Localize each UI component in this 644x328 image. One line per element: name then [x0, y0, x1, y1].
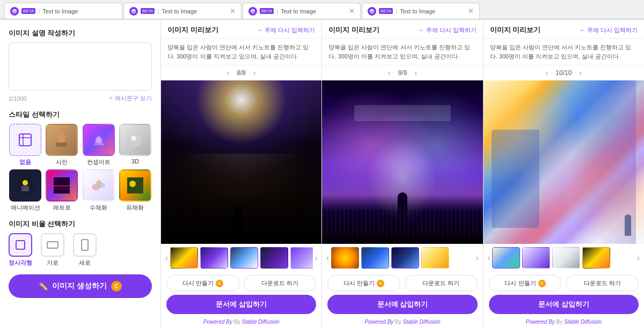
panel-3-download-label: 다운로드 하기 [584, 279, 621, 287]
generate-button[interactable]: ✏️ 이미지 생성하기 C [9, 274, 152, 298]
tab-2[interactable]: AI BETA | Text to Image ✕ [123, 3, 241, 19]
panel-1-thumb-2[interactable] [200, 247, 228, 269]
panel-1-retype[interactable]: ← 주제 다시 입력하기 [257, 26, 315, 34]
panel-1-download[interactable]: 다운로드 하기 [244, 275, 317, 292]
ratio-portrait-label: 세로 [79, 259, 91, 267]
tab-1[interactable]: AI BETA | Text to Image [4, 3, 122, 19]
style-watercolor-label: 수채화 [90, 204, 107, 212]
style-grid: 없음 사진 컨셉아트 [9, 124, 152, 212]
panel-1-download-label: 다운로드 하기 [261, 279, 298, 287]
style-3d[interactable]: 3D [119, 124, 152, 166]
panel-1-title: 이미지 미리보기 [167, 25, 218, 35]
svg-rect-28 [16, 241, 25, 249]
tab-4-title: Text to Image [400, 8, 435, 14]
style-animation[interactable]: 애니메이션 [9, 169, 42, 212]
svg-text:AI: AI [370, 10, 374, 13]
ratio-square-icon [9, 233, 32, 257]
panel-1-main-image [161, 80, 321, 244]
panel-3-thumb-3[interactable] [552, 247, 580, 269]
panel-2-strip-items [331, 247, 474, 269]
panel-3-next[interactable]: › [577, 68, 584, 78]
tab-3-title: Text to Image [281, 8, 316, 14]
svg-rect-17 [21, 186, 29, 191]
panel-3-retype[interactable]: ← 주제 다시 입력하기 [580, 26, 638, 34]
style-concept[interactable]: 컨셉아트 [82, 124, 115, 166]
panel-3-remake[interactable]: 다시 만들기 C [489, 275, 562, 292]
panel-2-strip-next[interactable]: › [476, 254, 479, 262]
panel-2-download[interactable]: 다운로드 하기 [405, 275, 478, 292]
panel-3-download[interactable]: 다운로드 하기 [566, 275, 639, 292]
panel-3-thumbstrip: ‹ › [484, 244, 644, 272]
panel-3-thumb-4[interactable] [582, 247, 610, 269]
panel-2-retype[interactable]: ← 주제 다시 입력하기 [418, 26, 476, 34]
panel-1-nav: ‹ 8/8 › [161, 65, 321, 80]
svg-point-16 [23, 180, 28, 185]
coin-badge: C [111, 281, 122, 292]
panel-2-next[interactable]: › [412, 68, 419, 78]
panel-1-thumb-5[interactable] [290, 247, 313, 269]
panel-2-thumb-4[interactable] [421, 247, 449, 269]
panel-1-powered: Powered By By Stable Diffusion [161, 317, 321, 328]
ratio-portrait[interactable]: 세로 [73, 233, 97, 267]
panel-2-insert[interactable]: 문서에 삽입하기 [327, 295, 477, 314]
app-container: AI BETA | Text to Image AI BETA | Text t… [0, 0, 644, 328]
tab-2-close[interactable]: ✕ [230, 7, 236, 15]
style-oilpaint[interactable]: 유채화 [119, 169, 152, 212]
desc-input[interactable] [9, 42, 152, 91]
tab-3-close[interactable]: ✕ [349, 7, 355, 15]
panel-2-remake[interactable]: 다시 만들기 C [327, 275, 400, 292]
ratio-portrait-icon [73, 233, 97, 257]
panel-1-thumbstrip: ‹ › [161, 244, 321, 272]
panel-1-powered-brand: Stable Diffusion [241, 319, 279, 325]
panel-2-strip-prev[interactable]: ‹ [326, 254, 329, 262]
ratio-grid: 정사각형 가로 세로 [9, 233, 152, 267]
panel-1-thumb-3[interactable] [230, 247, 258, 269]
tab-4[interactable]: AI BETA | Text to Image ✕ [362, 3, 480, 19]
tab-3[interactable]: AI BETA | Text to Image ✕ [243, 3, 361, 19]
svg-point-9 [58, 133, 65, 143]
ratio-landscape[interactable]: 가로 [41, 233, 64, 267]
panel-3-powered-label: Powered By [526, 319, 555, 325]
style-animation-thumb [9, 169, 41, 202]
svg-rect-20 [54, 188, 70, 189]
panel-2-thumb-2[interactable] [361, 247, 389, 269]
panel-3-powered-brand: Stable Diffusion [564, 319, 602, 325]
panel-2-coin: C [377, 280, 384, 287]
tab-4-close[interactable]: ✕ [468, 7, 474, 15]
panel-2-insert-label: 문서에 삽입하기 [377, 300, 428, 308]
panel-3-thumb-1[interactable] [492, 247, 520, 269]
char-count: 1/1000 [9, 95, 27, 102]
panel-3-strip-next[interactable]: › [637, 254, 640, 262]
panel-1-remake[interactable]: 다시 만들기 C [166, 275, 239, 292]
panel-1-insert[interactable]: 문서에 삽입하기 [166, 295, 316, 314]
panel-1-strip-prev[interactable]: ‹ [165, 254, 168, 262]
panel-3-strip-prev[interactable]: ‹ [488, 254, 491, 262]
example-link[interactable]: ✧ 예시문구 보기 [108, 94, 152, 102]
style-photo-thumb [46, 124, 78, 156]
style-none-label: 없음 [19, 158, 31, 166]
panel-2-prev[interactable]: ‹ [386, 68, 393, 78]
result-panel-1: 이미지 미리보기 ← 주제 다시 입력하기 양복을 입은 사람이 연단에 서서 … [161, 20, 322, 328]
panel-1-next[interactable]: › [251, 68, 258, 78]
style-retro[interactable]: 레트로 [45, 169, 78, 212]
style-photo[interactable]: 사진 [45, 124, 78, 166]
panel-1-prev[interactable]: ‹ [225, 68, 232, 78]
panel-2-thumb-3[interactable] [391, 247, 419, 269]
svg-point-12 [96, 137, 102, 143]
style-concept-thumb [83, 124, 115, 156]
panel-2-powered-label: Powered By [364, 319, 393, 325]
ratio-title: 이미지 비율 선택하기 [9, 219, 152, 229]
panel-1-thumb-4[interactable] [260, 247, 288, 269]
style-none[interactable]: 없음 [9, 124, 42, 166]
panel-1-thumb-1[interactable] [170, 247, 198, 269]
panel-1-strip-next[interactable]: › [315, 254, 318, 262]
panel-3-insert[interactable]: 문서에 삽입하기 [489, 295, 639, 314]
svg-rect-8 [19, 134, 31, 146]
panel-3-prev[interactable]: ‹ [544, 68, 551, 78]
panel-2-thumb-1[interactable] [331, 247, 359, 269]
ratio-square[interactable]: 정사각형 [9, 233, 32, 267]
main-content: 이미지 설명 작성하기 1/1000 ✧ 예시문구 보기 스타일 선택하기 [0, 19, 644, 328]
left-panel: 이미지 설명 작성하기 1/1000 ✧ 예시문구 보기 스타일 선택하기 [0, 20, 161, 328]
style-watercolor[interactable]: 수채화 [82, 169, 115, 212]
panel-3-thumb-2[interactable] [522, 247, 550, 269]
